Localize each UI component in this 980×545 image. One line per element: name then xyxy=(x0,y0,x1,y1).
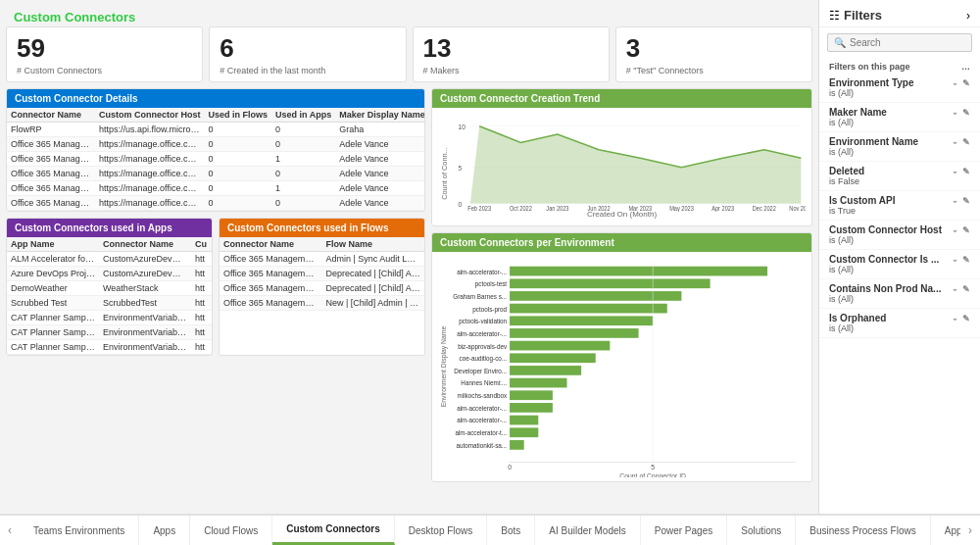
table-row: DemoWeatherWeatherStackhtt xyxy=(7,281,212,296)
filter-chevron-icon[interactable]: ⌄ xyxy=(952,137,958,147)
apps-table-wrap[interactable]: App Name Connector Name Cu ALM Accelerat… xyxy=(7,237,212,355)
table-row: CAT Planner Sample AppEnvironmentVariabl… xyxy=(7,340,212,355)
tab-power-pages[interactable]: Power Pages xyxy=(641,516,727,545)
filter-edit-icon[interactable]: ✎ xyxy=(962,78,970,88)
filter-value-label: is (All) xyxy=(829,265,970,274)
svg-rect-39 xyxy=(510,403,553,413)
tab-app...[interactable]: App... xyxy=(931,516,960,545)
table-row: FlowRPhttps://us.api.flow.microsoft.c om… xyxy=(7,123,424,137)
filter-edit-icon[interactable]: ✎ xyxy=(962,225,970,235)
filter-item[interactable]: Contains Non Prod Na... ⌄ ✎ is (All) xyxy=(819,279,980,309)
bottom-tables: Custom Connectors used in Apps App Name … xyxy=(6,218,425,356)
filter-edit-icon[interactable]: ✎ xyxy=(962,284,970,294)
filter-name-label: Custom Connector Is ... xyxy=(829,254,939,265)
details-header: Custom Connector Details xyxy=(7,89,424,108)
svg-rect-41 xyxy=(510,416,538,425)
filters-on-page-label: Filters on this page … xyxy=(819,58,980,74)
filter-item[interactable]: Custom Connector Is ... ⌄ ✎ is (All) xyxy=(819,250,980,279)
svg-rect-45 xyxy=(510,440,524,450)
svg-text:coe-auditlog-co...: coe-auditlog-co... xyxy=(460,355,508,363)
filter-chevron-icon[interactable]: ⌄ xyxy=(952,255,958,265)
apps-col-connector: Connector Name xyxy=(99,237,191,252)
table-row: Dataverse Prerequisite ValidationOffice … xyxy=(7,355,212,356)
tab-custom-connectors[interactable]: Custom Connectors xyxy=(272,516,395,545)
svg-text:Apr 2023: Apr 2023 xyxy=(711,206,734,212)
svg-text:5: 5 xyxy=(651,464,655,471)
trend-svg: Count of Conn... 10 5 0 xyxy=(438,114,806,212)
filter-edit-icon[interactable]: ✎ xyxy=(962,137,970,147)
filter-item[interactable]: Is Orphaned ⌄ ✎ is (All) xyxy=(819,309,980,338)
trend-chart-area: Count of Conn... 10 5 0 xyxy=(432,108,811,225)
sidebar-title: Filters xyxy=(844,8,882,23)
filter-value-label: is True xyxy=(829,206,970,216)
svg-text:milkochs-sandbox: milkochs-sandbox xyxy=(457,392,507,399)
filters-options-icon[interactable]: … xyxy=(961,62,970,72)
tab-ai-builder-models[interactable]: AI Builder Models xyxy=(535,516,640,545)
svg-rect-35 xyxy=(510,378,566,388)
filter-edit-icon[interactable]: ✎ xyxy=(962,196,970,206)
filter-chevron-icon[interactable]: ⌄ xyxy=(952,196,958,206)
col-maker: Maker Display Name xyxy=(335,108,424,123)
table-row: CAT Planner Sample AppEnvironmentVariabl… xyxy=(7,311,212,325)
svg-text:Feb 2023: Feb 2023 xyxy=(467,206,491,212)
kpi-number-3: 3 xyxy=(626,33,802,64)
tab-left-arrow[interactable]: ‹ xyxy=(0,516,20,545)
tab-teams-environments[interactable]: Teams Environments xyxy=(20,516,139,545)
svg-text:alm-accelerator-...: alm-accelerator-... xyxy=(457,269,507,275)
tab-bots[interactable]: Bots xyxy=(487,516,535,545)
svg-rect-33 xyxy=(510,366,581,375)
filter-item[interactable]: Custom Connector Host ⌄ ✎ is (All) xyxy=(819,221,980,250)
kpi-card-3: 3 # "Test" Connectors xyxy=(615,26,812,82)
sidebar-filters-list: Environment Type ⌄ ✎ is (All) Maker Name… xyxy=(819,74,980,514)
flows-table-wrap[interactable]: Connector Name Flow Name Office 365 Mana… xyxy=(220,237,424,311)
filter-item[interactable]: Is Custom API ⌄ ✎ is True xyxy=(819,191,980,221)
bar-svg: Environment Display Name alm-accelerator… xyxy=(438,256,806,477)
filter-chevron-icon[interactable]: ⌄ xyxy=(952,284,958,294)
table-row: Office 365 Management API Newhttps://man… xyxy=(7,196,424,211)
filter-chevron-icon[interactable]: ⌄ xyxy=(952,167,958,176)
filter-value-label: is (All) xyxy=(829,323,970,333)
kpi-number-1: 6 xyxy=(220,33,395,64)
filter-edit-icon[interactable]: ✎ xyxy=(962,255,970,265)
filter-value-label: is (All) xyxy=(829,147,970,157)
svg-text:alm-accelerator-...: alm-accelerator-... xyxy=(457,330,507,337)
svg-text:pctools-validation: pctools-validation xyxy=(459,318,507,325)
kpi-label-2: # Makers xyxy=(423,66,599,75)
svg-rect-37 xyxy=(510,390,553,400)
filter-chevron-icon[interactable]: ⌄ xyxy=(952,78,958,88)
filter-item[interactable]: Maker Name ⌄ ✎ is (All) xyxy=(819,103,980,132)
tab-apps[interactable]: Apps xyxy=(139,516,190,545)
filter-name-label: Custom Connector Host xyxy=(829,224,942,235)
kpi-label-1: # Created in the last month xyxy=(220,66,395,75)
filter-chevron-icon[interactable]: ⌄ xyxy=(952,314,958,323)
svg-text:10: 10 xyxy=(459,123,466,129)
bar-chart-box: Custom Connectors per Environment Enviro… xyxy=(431,232,812,482)
filter-edit-icon[interactable]: ✎ xyxy=(962,314,970,323)
search-input[interactable] xyxy=(850,37,974,48)
details-table-wrap[interactable]: Connector Name Custom Connector Host Use… xyxy=(7,108,424,211)
svg-text:Dec 2022: Dec 2022 xyxy=(753,206,777,212)
svg-rect-17 xyxy=(510,267,767,276)
filter-item[interactable]: Environment Type ⌄ ✎ is (All) xyxy=(819,74,980,103)
svg-text:biz-approvals-dev: biz-approvals-dev xyxy=(458,343,508,351)
tab-right-arrow[interactable]: › xyxy=(960,516,980,545)
tab-cloud-flows[interactable]: Cloud Flows xyxy=(190,516,272,545)
svg-text:Count of Connector ID: Count of Connector ID xyxy=(619,472,686,477)
tab-desktop-flows[interactable]: Desktop Flows xyxy=(395,516,488,545)
tab-business-process-flows[interactable]: Business Process Flows xyxy=(796,516,930,545)
filter-edit-icon[interactable]: ✎ xyxy=(962,108,970,118)
filter-chevron-icon[interactable]: ⌄ xyxy=(952,225,958,235)
svg-text:May 2023: May 2023 xyxy=(669,206,694,212)
filter-item[interactable]: Deleted ⌄ ✎ is False xyxy=(819,162,980,191)
table-row: Azure DevOps ProjectsCustomAzureDevOpsht… xyxy=(7,267,212,281)
filter-edit-icon[interactable]: ✎ xyxy=(962,167,970,176)
sidebar-header: ☷ Filters › xyxy=(819,0,980,27)
filter-item[interactable]: Environment Name ⌄ ✎ is (All) xyxy=(819,132,980,162)
filter-chevron-icon[interactable]: ⌄ xyxy=(952,108,958,118)
svg-text:alm-accelerator-...: alm-accelerator-... xyxy=(457,405,507,412)
filter-name-label: Deleted xyxy=(829,166,864,176)
filter-value-label: is (All) xyxy=(829,294,970,304)
sidebar-expand-icon[interactable]: › xyxy=(966,9,970,23)
tab-solutions[interactable]: Solutions xyxy=(727,516,796,545)
search-box[interactable]: 🔍 xyxy=(827,33,972,52)
